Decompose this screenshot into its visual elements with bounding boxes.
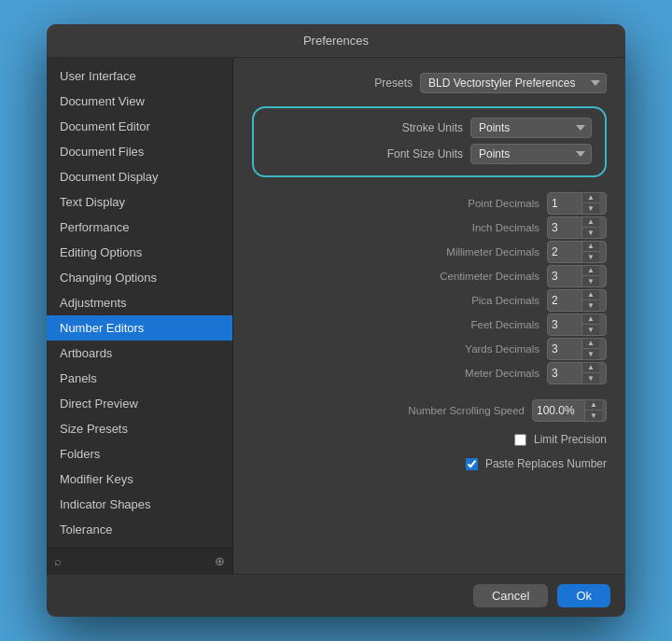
decimal-stepper-4[interactable]: ▲▼ — [547, 289, 607, 312]
decimal-stepper-2[interactable]: ▲▼ — [547, 241, 607, 263]
decimal-label-3: Centimeter Decimals — [409, 271, 539, 282]
decimal-up-btn-6[interactable]: ▲ — [582, 339, 599, 349]
decimal-input-0[interactable] — [548, 194, 581, 213]
dialog-title: Preferences — [303, 34, 369, 48]
paste-replaces-checkbox[interactable] — [466, 458, 478, 470]
search-input[interactable] — [67, 555, 209, 568]
sidebar-item-panels[interactable]: Panels — [47, 366, 232, 391]
decimal-input-4[interactable] — [548, 291, 581, 310]
sidebar-item-number-editors[interactable]: Number Editors — [47, 315, 232, 341]
units-highlight: Stroke Units PointsPixelsInchesMillimete… — [252, 106, 607, 177]
sidebar-item-modifier-keys[interactable]: Modifier Keys — [47, 467, 232, 492]
decimal-label-5: Feet Decimals — [409, 319, 539, 330]
decimal-stepper-5[interactable]: ▲▼ — [547, 314, 607, 336]
decimal-label-4: Pica Decimals — [409, 295, 539, 306]
sidebar-item-document-files[interactable]: Document Files — [47, 139, 232, 164]
decimal-down-btn-1[interactable]: ▼ — [582, 228, 599, 238]
decimal-input-1[interactable] — [548, 218, 581, 237]
limit-precision-label[interactable]: Limit Precision — [534, 433, 607, 446]
decimal-row-1: Inch Decimals▲▼ — [252, 216, 607, 239]
sidebar-item-folders[interactable]: Folders — [47, 441, 232, 467]
decimal-up-btn-2[interactable]: ▲ — [582, 242, 599, 252]
decimal-label-1: Inch Decimals — [409, 222, 539, 233]
decimal-row-2: Millimeter Decimals▲▼ — [252, 241, 607, 263]
decimal-row-3: Centimeter Decimals▲▼ — [252, 265, 607, 287]
paste-replaces-label[interactable]: Paste Replaces Number — [485, 457, 607, 470]
decimal-down-btn-2[interactable]: ▼ — [582, 252, 599, 262]
bottom-bar: Cancel Ok — [47, 574, 625, 617]
sidebar-item-document-editor[interactable]: Document Editor — [47, 114, 232, 139]
title-bar: Preferences — [47, 24, 625, 58]
stroke-units-row: Stroke Units PointsPixelsInchesMillimete… — [267, 118, 592, 138]
decimal-input-6[interactable] — [548, 340, 581, 358]
decimal-up-btn-0[interactable]: ▲ — [582, 193, 599, 203]
sidebar-item-artboards[interactable]: Artboards — [47, 341, 232, 366]
sidebar-item-direct-preview[interactable]: Direct Preview — [47, 391, 232, 416]
decimal-up-btn-5[interactable]: ▲ — [582, 314, 599, 325]
sidebar-item-text-display[interactable]: Text Display — [47, 189, 232, 215]
decimal-input-7[interactable] — [548, 364, 581, 383]
decimal-input-2[interactable] — [548, 243, 581, 261]
sidebar-item-changing-options[interactable]: Changing Options — [47, 265, 232, 290]
sidebar-item-size-presets[interactable]: Size Presets — [47, 416, 232, 441]
sidebar-item-adjustments[interactable]: Adjustments — [47, 290, 232, 315]
decimal-row-0: Point Decimals▲▼ — [252, 192, 607, 215]
presets-row: Presets BLD Vectorstyler PreferencesDefa… — [252, 73, 607, 93]
scrolling-down-btn[interactable]: ▼ — [585, 411, 602, 421]
font-size-units-row: Font Size Units PointsPixelsInchesMillim… — [267, 144, 592, 164]
decimal-row-5: Feet Decimals▲▼ — [252, 314, 607, 336]
decimal-label-6: Yards Decimals — [409, 343, 539, 355]
sidebar-item-tolerance[interactable]: Tolerance — [47, 517, 232, 542]
decimal-row-6: Yards Decimals▲▼ — [252, 338, 607, 360]
decimal-stepper-1[interactable]: ▲▼ — [547, 216, 607, 239]
paste-replaces-row: Paste Replaces Number — [252, 457, 607, 470]
decimal-down-btn-0[interactable]: ▼ — [582, 203, 599, 214]
ok-button[interactable]: Ok — [557, 584, 610, 607]
preferences-dialog: Preferences User InterfaceDocument ViewD… — [47, 24, 625, 617]
sidebar: User InterfaceDocument ViewDocument Edit… — [47, 58, 233, 574]
decimal-stepper-7[interactable]: ▲▼ — [547, 362, 607, 384]
decimals-container: Point Decimals▲▼Inch Decimals▲▼Millimete… — [252, 192, 607, 386]
scrolling-speed-row: Number Scrolling Speed ▲ ▼ — [252, 399, 607, 422]
font-size-units-label: Font Size Units — [342, 147, 463, 160]
presets-select[interactable]: BLD Vectorstyler PreferencesDefault — [420, 73, 607, 93]
sidebar-search: ⌕ ⊕ — [47, 548, 232, 574]
font-size-units-select[interactable]: PointsPixelsInchesMillimetersCentimeters — [470, 144, 592, 164]
cancel-button[interactable]: Cancel — [473, 584, 548, 607]
sidebar-item-document-view[interactable]: Document View — [47, 89, 232, 114]
stroke-units-label: Stroke Units — [342, 121, 463, 134]
decimal-stepper-3[interactable]: ▲▼ — [547, 265, 607, 287]
decimal-down-btn-7[interactable]: ▼ — [582, 373, 599, 383]
decimal-label-7: Meter Decimals — [409, 368, 539, 379]
sidebar-item-document-display[interactable]: Document Display — [47, 164, 232, 189]
stroke-units-select[interactable]: PointsPixelsInchesMillimetersCentimeters — [470, 118, 592, 138]
presets-label: Presets — [374, 77, 413, 90]
decimal-down-btn-5[interactable]: ▼ — [582, 325, 599, 335]
decimal-label-0: Point Decimals — [409, 198, 539, 209]
decimal-stepper-0[interactable]: ▲▼ — [547, 192, 607, 215]
scrolling-speed-value[interactable] — [533, 401, 584, 420]
decimal-up-btn-1[interactable]: ▲ — [582, 217, 599, 228]
sidebar-item-user-interface[interactable]: User Interface — [47, 63, 232, 89]
sidebar-item-performance[interactable]: Performance — [47, 215, 232, 240]
decimal-up-btn-3[interactable]: ▲ — [582, 266, 599, 276]
decimal-up-btn-4[interactable]: ▲ — [582, 290, 599, 300]
search-icon-right: ⊕ — [215, 554, 225, 568]
scrolling-up-btn[interactable]: ▲ — [585, 400, 602, 411]
decimal-label-2: Millimeter Decimals — [409, 246, 539, 258]
scrolling-speed-input[interactable]: ▲ ▼ — [532, 399, 607, 422]
scrolling-speed-label: Number Scrolling Speed — [394, 405, 525, 416]
decimal-up-btn-7[interactable]: ▲ — [582, 363, 599, 373]
decimal-stepper-6[interactable]: ▲▼ — [547, 338, 607, 360]
decimal-down-btn-3[interactable]: ▼ — [582, 276, 599, 286]
decimal-row-7: Meter Decimals▲▼ — [252, 362, 607, 384]
sidebar-item-editing-options[interactable]: Editing Options — [47, 240, 232, 265]
decimal-down-btn-4[interactable]: ▼ — [582, 300, 599, 311]
main-panel: Presets BLD Vectorstyler PreferencesDefa… — [233, 58, 625, 574]
decimal-input-3[interactable] — [548, 267, 581, 286]
search-icon-left: ⌕ — [54, 554, 62, 568]
decimal-input-5[interactable] — [548, 315, 581, 334]
decimal-down-btn-6[interactable]: ▼ — [582, 349, 599, 359]
sidebar-item-indicator-shapes[interactable]: Indicator Shapes — [47, 492, 232, 517]
limit-precision-checkbox[interactable] — [514, 434, 526, 446]
